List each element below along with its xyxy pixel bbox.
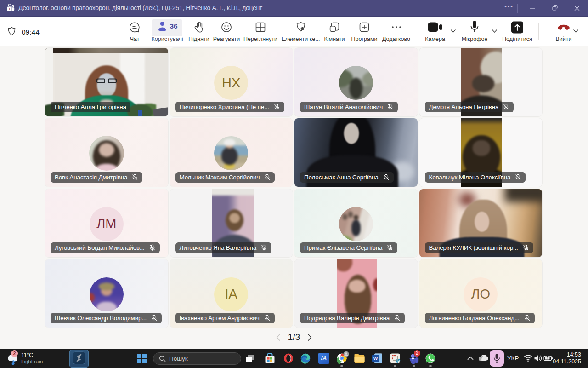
svg-text:T: T xyxy=(9,7,11,11)
svg-text:T: T xyxy=(412,357,414,362)
svg-text:W: W xyxy=(373,356,378,361)
